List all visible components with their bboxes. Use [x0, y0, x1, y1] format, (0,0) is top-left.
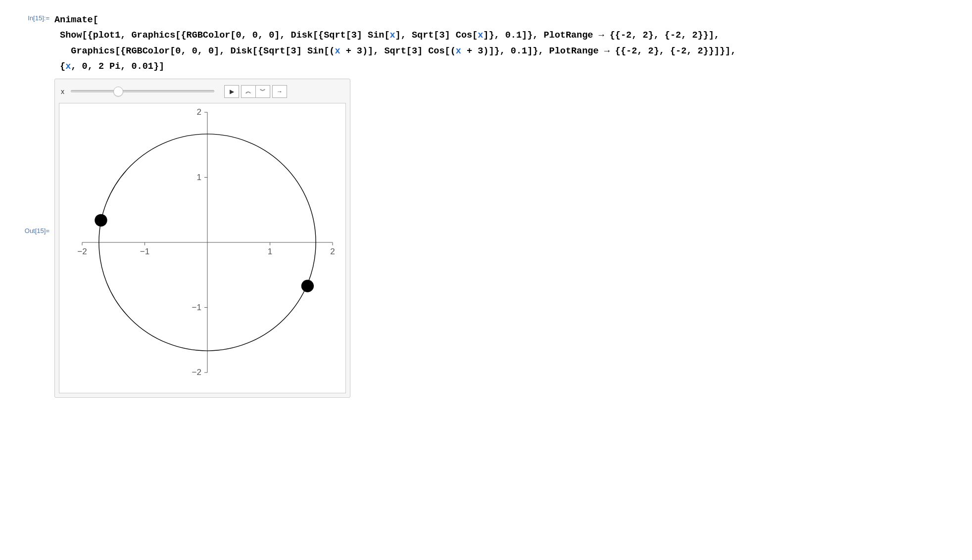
animate-panel: x ▶ ︽ ︾ [54, 79, 350, 398]
input-code[interactable]: Animate[ Show[{plot1, Graphics[{RGBColor… [54, 12, 962, 75]
svg-point-19 [95, 214, 107, 226]
svg-text:2: 2 [330, 247, 335, 256]
svg-text:−2: −2 [77, 247, 87, 256]
plot-area: −2−112−2−112 [59, 103, 346, 393]
faster-icon: ︽ [245, 87, 251, 95]
play-icon: ▶ [230, 88, 234, 95]
faster-button[interactable]: ︽ [241, 85, 256, 98]
animation-slider[interactable] [71, 87, 214, 96]
svg-text:1: 1 [197, 172, 201, 182]
input-cell: In[15]:= Animate[ Show[{plot1, Graphics[… [10, 12, 962, 75]
direction-icon: → [277, 88, 283, 95]
svg-text:−1: −1 [192, 302, 201, 312]
svg-text:−1: −1 [140, 247, 149, 256]
direction-button[interactable]: → [272, 85, 287, 98]
svg-text:1: 1 [268, 247, 272, 256]
svg-text:2: 2 [197, 107, 201, 117]
slider-var-label: x [61, 88, 68, 95]
play-button[interactable]: ▶ [224, 85, 239, 98]
slower-icon: ︾ [260, 87, 266, 95]
slider-thumb[interactable] [113, 87, 123, 96]
slider-track [71, 90, 214, 93]
out-label: Out[15]= [10, 79, 54, 234]
output-cell: Out[15]= x ▶ ︽ ︾ [10, 79, 962, 398]
animate-controls: x ▶ ︽ ︾ [59, 83, 346, 103]
plot-svg: −2−112−2−112 [62, 107, 342, 387]
svg-text:−2: −2 [192, 368, 201, 377]
slower-button[interactable]: ︾ [256, 85, 270, 98]
svg-point-20 [301, 280, 314, 292]
in-label: In[15]:= [10, 12, 54, 22]
animation-buttons: ▶ ︽ ︾ → [224, 85, 287, 98]
